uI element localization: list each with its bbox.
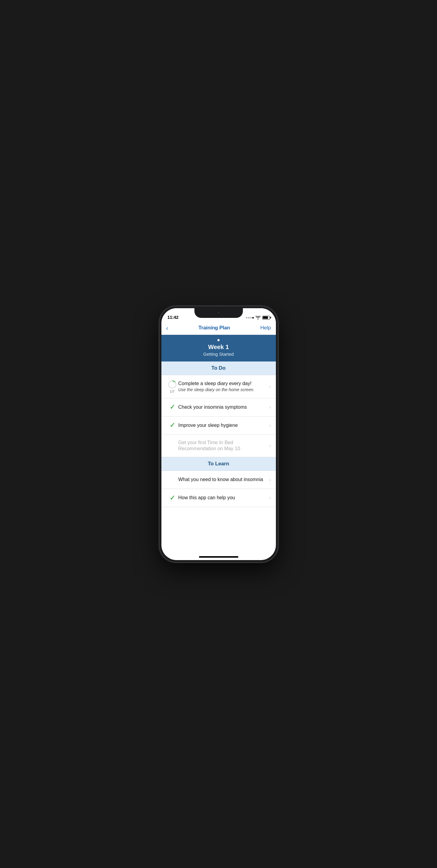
wifi-icon bbox=[256, 316, 260, 319]
tolearn-section-title: To Learn bbox=[167, 461, 270, 467]
signal-dot-1 bbox=[246, 317, 247, 318]
signal-dot-3 bbox=[250, 317, 252, 318]
chevron-icon: › bbox=[269, 477, 271, 483]
todo-section-title: To Do bbox=[167, 365, 270, 371]
week-indicator bbox=[167, 339, 270, 341]
list-item[interactable]: ✓ Check your insomnia symptoms › bbox=[161, 398, 276, 416]
help-button[interactable]: Help bbox=[260, 325, 271, 331]
item-text: How this app can help you bbox=[178, 495, 270, 501]
item-text: Complete a sleep diary every day! Use th… bbox=[178, 380, 270, 392]
check-icon: ✓ bbox=[166, 422, 178, 429]
progress-label: 1/7 bbox=[170, 390, 175, 393]
battery-fill bbox=[263, 316, 268, 319]
signal-dot-4 bbox=[252, 317, 254, 318]
screen: 11:42 bbox=[161, 308, 276, 560]
status-icons bbox=[246, 316, 270, 320]
chevron-icon: › bbox=[269, 443, 271, 448]
progress-icon: 1/7 bbox=[166, 380, 178, 393]
item-main-text: Check your insomnia symptoms bbox=[178, 404, 267, 410]
scroll-content: Week 1 Getting Started To Do 1/7 Complet… bbox=[161, 335, 276, 560]
notch-camera bbox=[217, 311, 220, 315]
item-text: Improve your sleep hygiene bbox=[178, 422, 270, 429]
tolearn-section-header: To Learn bbox=[161, 457, 276, 471]
check-icon: ✓ bbox=[166, 494, 178, 502]
list-item[interactable]: 1/7 Complete a sleep diary every day! Us… bbox=[161, 375, 276, 398]
home-indicator bbox=[199, 556, 238, 558]
list-item[interactable]: Get your first Time In Bed Recommendatio… bbox=[161, 435, 276, 458]
week-dot bbox=[217, 339, 220, 341]
item-main-text: What you need to know about insomnia bbox=[178, 476, 267, 483]
chevron-icon: › bbox=[269, 423, 271, 428]
bottom-spacer bbox=[161, 507, 276, 525]
list-item[interactable]: ✓ Improve your sleep hygiene › bbox=[161, 416, 276, 435]
page-title: Training Plan bbox=[198, 325, 230, 331]
chevron-icon: › bbox=[269, 495, 271, 501]
battery-icon bbox=[262, 316, 270, 320]
signal-dot-2 bbox=[248, 317, 250, 318]
item-text: Check your insomnia symptoms bbox=[178, 404, 270, 410]
back-chevron-icon: ‹ bbox=[166, 325, 168, 331]
list-item[interactable]: ✓ How this app can help you › bbox=[161, 489, 276, 507]
back-button[interactable]: ‹ bbox=[166, 325, 168, 331]
list-item[interactable]: What you need to know about insomnia › bbox=[161, 471, 276, 489]
phone-shell: 11:42 bbox=[160, 306, 278, 562]
week-subtitle: Getting Started bbox=[167, 351, 270, 356]
chevron-icon: › bbox=[269, 404, 271, 410]
item-main-text: How this app can help you bbox=[178, 495, 267, 501]
item-sub-text: Use the sleep diary on the home screen. bbox=[178, 387, 267, 392]
week-title: Week 1 bbox=[167, 344, 270, 350]
nav-bar: ‹ Training Plan Help bbox=[161, 321, 276, 335]
item-main-text: Complete a sleep diary every day! bbox=[178, 380, 267, 387]
item-text: What you need to know about insomnia bbox=[178, 476, 270, 483]
item-main-text: Improve your sleep hygiene bbox=[178, 422, 267, 429]
check-icon: ✓ bbox=[166, 403, 178, 411]
item-text: Get your first Time In Bed Recommendatio… bbox=[178, 440, 270, 452]
week-header: Week 1 Getting Started bbox=[161, 335, 276, 362]
status-time: 11:42 bbox=[167, 315, 179, 320]
signal-dots bbox=[246, 317, 254, 318]
progress-circle-svg bbox=[168, 380, 177, 389]
item-main-text: Get your first Time In Bed Recommendatio… bbox=[178, 440, 267, 452]
todo-section-header: To Do bbox=[161, 362, 276, 375]
notch bbox=[194, 308, 243, 318]
chevron-icon: › bbox=[269, 384, 271, 389]
